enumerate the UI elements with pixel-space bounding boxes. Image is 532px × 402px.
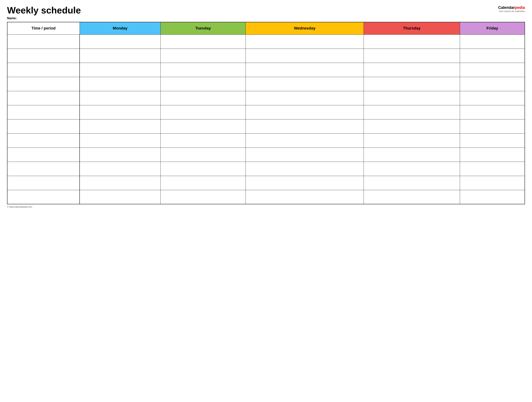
time-cell[interactable] — [7, 162, 80, 176]
schedule-cell[interactable] — [246, 105, 364, 119]
schedule-cell[interactable] — [160, 190, 246, 204]
logo-calendar-part: Calendar — [498, 5, 515, 10]
schedule-cell[interactable] — [460, 63, 525, 77]
footer: © www.calendarpedia.com — [7, 206, 525, 208]
schedule-cell[interactable] — [364, 34, 460, 49]
schedule-cell[interactable] — [80, 63, 160, 77]
schedule-cell[interactable] — [246, 162, 364, 176]
schedule-cell[interactable] — [364, 63, 460, 77]
schedule-cell[interactable] — [246, 77, 364, 91]
schedule-cell[interactable] — [460, 148, 525, 162]
table-row — [7, 63, 525, 77]
schedule-cell[interactable] — [80, 162, 160, 176]
time-cell[interactable] — [7, 148, 80, 162]
schedule-cell[interactable] — [364, 148, 460, 162]
footer-text: © www.calendarpedia.com — [7, 206, 32, 208]
schedule-cell[interactable] — [246, 63, 364, 77]
schedule-cell[interactable] — [460, 133, 525, 148]
col-header-monday: Monday — [80, 22, 160, 34]
schedule-cell[interactable] — [364, 77, 460, 91]
schedule-cell[interactable] — [460, 162, 525, 176]
schedule-cell[interactable] — [364, 190, 460, 204]
schedule-cell[interactable] — [160, 119, 246, 133]
schedule-cell[interactable] — [160, 148, 246, 162]
time-cell[interactable] — [7, 63, 80, 77]
schedule-cell[interactable] — [246, 119, 364, 133]
time-cell[interactable] — [7, 77, 80, 91]
schedule-cell[interactable] — [80, 34, 160, 49]
schedule-cell[interactable] — [160, 77, 246, 91]
schedule-cell[interactable] — [246, 176, 364, 190]
schedule-cell[interactable] — [160, 91, 246, 105]
schedule-cell[interactable] — [160, 105, 246, 119]
col-header-friday: Friday — [460, 22, 525, 34]
header-row: Time / period Monday Tuesday Wednesday T… — [7, 22, 525, 34]
schedule-cell[interactable] — [80, 133, 160, 148]
schedule-cell[interactable] — [80, 148, 160, 162]
schedule-cell[interactable] — [246, 148, 364, 162]
logo-subtitle: Your source for calendars — [499, 10, 525, 13]
table-row — [7, 77, 525, 91]
page-header: Weekly schedule Name: Calendarpedia Your… — [7, 5, 525, 20]
schedule-cell[interactable] — [160, 49, 246, 63]
time-cell[interactable] — [7, 190, 80, 204]
col-header-tuesday: Tuesday — [160, 22, 246, 34]
table-row — [7, 91, 525, 105]
schedule-cell[interactable] — [246, 133, 364, 148]
schedule-cell[interactable] — [80, 49, 160, 63]
schedule-cell[interactable] — [80, 105, 160, 119]
schedule-cell[interactable] — [80, 119, 160, 133]
schedule-cell[interactable] — [364, 91, 460, 105]
schedule-cell[interactable] — [460, 119, 525, 133]
table-row — [7, 34, 525, 49]
col-header-wednesday: Wednesday — [246, 22, 364, 34]
schedule-cell[interactable] — [160, 133, 246, 148]
table-row — [7, 162, 525, 176]
schedule-cell[interactable] — [460, 77, 525, 91]
schedule-cell[interactable] — [364, 162, 460, 176]
schedule-cell[interactable] — [460, 105, 525, 119]
schedule-cell[interactable] — [160, 176, 246, 190]
schedule-cell[interactable] — [460, 34, 525, 49]
schedule-cell[interactable] — [460, 190, 525, 204]
time-cell[interactable] — [7, 119, 80, 133]
schedule-cell[interactable] — [160, 63, 246, 77]
time-cell[interactable] — [7, 176, 80, 190]
schedule-cell[interactable] — [460, 49, 525, 63]
schedule-cell[interactable] — [460, 91, 525, 105]
schedule-cell[interactable] — [364, 176, 460, 190]
time-cell[interactable] — [7, 91, 80, 105]
schedule-cell[interactable] — [80, 77, 160, 91]
schedule-cell[interactable] — [80, 190, 160, 204]
time-cell[interactable] — [7, 105, 80, 119]
schedule-cell[interactable] — [364, 49, 460, 63]
page-title: Weekly schedule — [7, 5, 81, 15]
schedule-cell[interactable] — [246, 190, 364, 204]
table-row — [7, 105, 525, 119]
logo-pedia-part: pedia — [515, 5, 525, 10]
schedule-cell[interactable] — [160, 34, 246, 49]
time-cell[interactable] — [7, 34, 80, 49]
schedule-cell[interactable] — [160, 162, 246, 176]
time-cell[interactable] — [7, 49, 80, 63]
schedule-cell[interactable] — [246, 49, 364, 63]
schedule-cell[interactable] — [460, 176, 525, 190]
schedule-cell[interactable] — [364, 105, 460, 119]
table-row — [7, 190, 525, 204]
col-header-thursday: Thursday — [364, 22, 460, 34]
table-row — [7, 148, 525, 162]
schedule-cell[interactable] — [246, 91, 364, 105]
table-row — [7, 49, 525, 63]
schedule-cell[interactable] — [246, 34, 364, 49]
schedule-cell[interactable] — [80, 91, 160, 105]
schedule-table: Time / period Monday Tuesday Wednesday T… — [7, 22, 525, 204]
table-row — [7, 133, 525, 148]
col-header-time: Time / period — [7, 22, 80, 34]
time-cell[interactable] — [7, 133, 80, 148]
logo-text: Calendarpedia — [498, 5, 525, 10]
schedule-cell[interactable] — [80, 176, 160, 190]
logo-section: Calendarpedia Your source for calendars — [498, 5, 525, 13]
name-label: Name: — [7, 16, 81, 20]
schedule-cell[interactable] — [364, 133, 460, 148]
schedule-cell[interactable] — [364, 119, 460, 133]
